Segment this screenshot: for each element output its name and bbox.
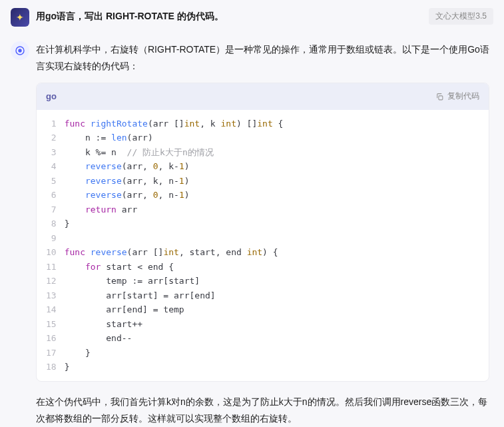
user-avatar: ✦	[11, 8, 29, 27]
assistant-message-row: 在计算机科学中，右旋转（RIGHT-ROTATE）是一种常见的操作，通常用于数组…	[0, 29, 504, 427]
user-prompt: 用go语言，写出 RIGHT-ROTATE 的伪代码。	[36, 8, 422, 23]
user-message-row: ✦ 用go语言，写出 RIGHT-ROTATE 的伪代码。 文心大模型3.5	[0, 0, 504, 29]
model-badge: 文心大模型3.5	[429, 8, 493, 25]
chat-container: ✦ 用go语言，写出 RIGHT-ROTATE 的伪代码。 文心大模型3.5 在…	[0, 0, 504, 427]
copy-code-button[interactable]: 复制代码	[435, 89, 479, 104]
outro-paragraph: 在这个伪代码中，我们首先计算k对n的余数，这是为了防止k大于n的情况。然后我们调…	[36, 394, 489, 427]
intro-paragraph: 在计算机科学中，右旋转（RIGHT-ROTATE）是一种常见的操作，通常用于数组…	[36, 41, 489, 75]
copy-label: 复制代码	[447, 89, 479, 104]
code-block: go 复制代码 1 2 3 4 5 6 7 8 9 10 11 12 13 14…	[36, 83, 489, 381]
code-header: go 复制代码	[37, 83, 489, 109]
svg-rect-2	[439, 95, 443, 99]
line-numbers: 1 2 3 4 5 6 7 8 9 10 11 12 13 14 15 16 1…	[37, 117, 65, 374]
assistant-content: 在计算机科学中，右旋转（RIGHT-ROTATE）是一种常见的操作，通常用于数组…	[36, 41, 493, 427]
assistant-avatar	[11, 41, 29, 60]
assistant-logo-icon	[15, 45, 25, 56]
code-language-label: go	[46, 89, 57, 104]
code-lines[interactable]: func rightRotate(arr []int, k int) []int…	[65, 117, 293, 374]
code-body: 1 2 3 4 5 6 7 8 9 10 11 12 13 14 15 16 1…	[37, 110, 489, 381]
svg-point-1	[18, 49, 21, 52]
copy-icon	[435, 93, 444, 101]
